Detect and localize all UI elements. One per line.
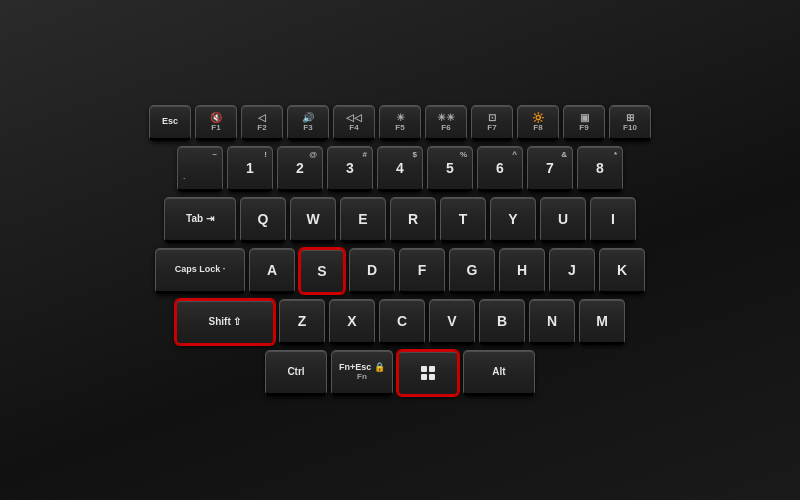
key-f2[interactable]: ◁ F2 bbox=[241, 105, 283, 141]
key-u[interactable]: U bbox=[540, 197, 586, 243]
key-j[interactable]: J bbox=[549, 248, 595, 294]
key-alt[interactable]: Alt bbox=[463, 350, 535, 396]
key-f6[interactable]: ☀☀ F6 bbox=[425, 105, 467, 141]
key-q[interactable]: Q bbox=[240, 197, 286, 243]
key-w[interactable]: W bbox=[290, 197, 336, 243]
key-3[interactable]: # 3 bbox=[327, 146, 373, 192]
key-s[interactable]: S bbox=[299, 248, 345, 294]
zxcv-key-row: Shift ⇧ Z X C V B N M bbox=[175, 299, 625, 345]
keyboard-container: Esc 🔇 F1 ◁ F2 🔊 F3 ◁◁ F4 ☀ F5 ☀☀ F6 ⊡ F7 bbox=[0, 0, 800, 500]
key-1[interactable]: ! 1 bbox=[227, 146, 273, 192]
key-b[interactable]: B bbox=[479, 299, 525, 345]
key-caps-lock[interactable]: Caps Lock · bbox=[155, 248, 245, 294]
key-a[interactable]: A bbox=[249, 248, 295, 294]
qwerty-key-row: Tab ⇥ Q W E R T Y U I bbox=[164, 197, 636, 243]
key-7[interactable]: & 7 bbox=[527, 146, 573, 192]
key-z[interactable]: Z bbox=[279, 299, 325, 345]
key-x[interactable]: X bbox=[329, 299, 375, 345]
key-tab[interactable]: Tab ⇥ bbox=[164, 197, 236, 243]
key-r[interactable]: R bbox=[390, 197, 436, 243]
key-f3[interactable]: 🔊 F3 bbox=[287, 105, 329, 141]
bottom-key-row: Ctrl Fn+Esc 🔒 Fn Alt bbox=[265, 350, 535, 396]
key-c[interactable]: C bbox=[379, 299, 425, 345]
key-windows[interactable] bbox=[397, 350, 459, 396]
key-y[interactable]: Y bbox=[490, 197, 536, 243]
key-m[interactable]: M bbox=[579, 299, 625, 345]
key-f10[interactable]: ⊞ F10 bbox=[609, 105, 651, 141]
key-f4[interactable]: ◁◁ F4 bbox=[333, 105, 375, 141]
key-5[interactable]: % 5 bbox=[427, 146, 473, 192]
asdf-key-row: Caps Lock · A S D F G H J K bbox=[155, 248, 645, 294]
key-t[interactable]: T bbox=[440, 197, 486, 243]
key-fn[interactable]: Fn+Esc 🔒 Fn bbox=[331, 350, 393, 396]
key-h[interactable]: H bbox=[499, 248, 545, 294]
key-esc[interactable]: Esc bbox=[149, 105, 191, 141]
key-f[interactable]: F bbox=[399, 248, 445, 294]
key-d[interactable]: D bbox=[349, 248, 395, 294]
key-6[interactable]: ^ 6 bbox=[477, 146, 523, 192]
key-2[interactable]: @ 2 bbox=[277, 146, 323, 192]
key-n[interactable]: N bbox=[529, 299, 575, 345]
key-f5[interactable]: ☀ F5 bbox=[379, 105, 421, 141]
key-i[interactable]: I bbox=[590, 197, 636, 243]
key-v[interactable]: V bbox=[429, 299, 475, 345]
fn-key-row: Esc 🔇 F1 ◁ F2 🔊 F3 ◁◁ F4 ☀ F5 ☀☀ F6 ⊡ F7 bbox=[149, 105, 651, 141]
key-e[interactable]: E bbox=[340, 197, 386, 243]
windows-logo-icon bbox=[421, 366, 435, 380]
key-4[interactable]: $ 4 bbox=[377, 146, 423, 192]
key-shift[interactable]: Shift ⇧ bbox=[175, 299, 275, 345]
key-f9[interactable]: ▣ F9 bbox=[563, 105, 605, 141]
key-g[interactable]: G bbox=[449, 248, 495, 294]
number-key-row: ~ ` ! 1 @ 2 # 3 $ 4 % 5 ^ 6 & 7 bbox=[177, 146, 623, 192]
key-8[interactable]: * 8 bbox=[577, 146, 623, 192]
key-tilde[interactable]: ~ ` bbox=[177, 146, 223, 192]
key-f1[interactable]: 🔇 F1 bbox=[195, 105, 237, 141]
key-f8[interactable]: 🔆 F8 bbox=[517, 105, 559, 141]
key-ctrl[interactable]: Ctrl bbox=[265, 350, 327, 396]
key-f7[interactable]: ⊡ F7 bbox=[471, 105, 513, 141]
key-k[interactable]: K bbox=[599, 248, 645, 294]
